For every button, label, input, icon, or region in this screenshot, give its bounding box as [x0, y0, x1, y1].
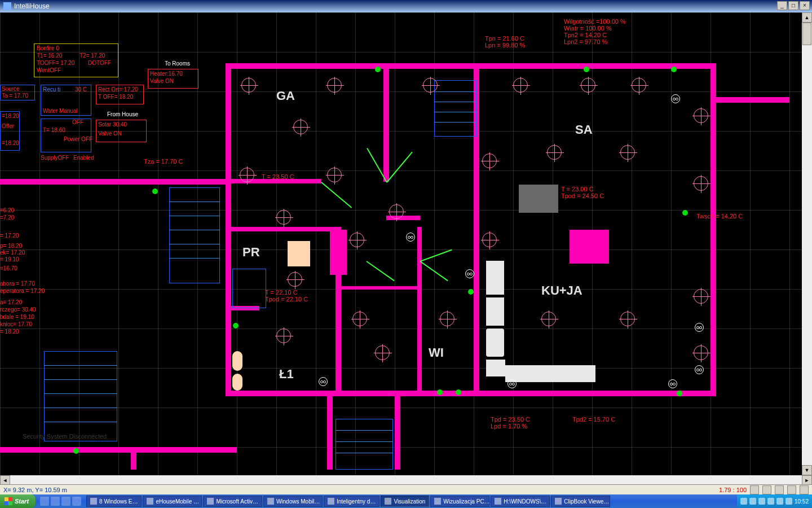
lbl-source: Source [2, 86, 20, 92]
tray-clock[interactable]: 10:52 [795, 498, 809, 505]
floorplan-canvas[interactable]: GA SA PR Ł1 WI KU+JA Tza = 17.70 C T = 2… [0, 12, 802, 475]
ql-ie-icon[interactable] [40, 497, 49, 506]
minimize-button[interactable]: _ [777, 1, 787, 10]
scroll-down-icon[interactable]: ▼ [802, 465, 812, 475]
room-label-sa: SA [575, 122, 593, 137]
app-icon [207, 498, 214, 505]
status-bar: X= 9.32 m, Y= 10.59 m 1.79 : 100 [0, 484, 812, 494]
task-item[interactable]: eHouseMobile … [143, 496, 202, 507]
readout-tpn: Tpn = 21.60 C [485, 35, 524, 42]
readout-tza: Tza = 17.70 C [144, 158, 183, 165]
side10: rczego= 30.40 [0, 306, 36, 313]
lbl-poweroff: Power OFF [64, 136, 92, 142]
lbl-rect: Rect Ort= 17.20 [98, 86, 138, 93]
status-scale: 1.79 : 100 [719, 487, 747, 493]
lbl-t1: T1= 16.20 [37, 52, 62, 59]
side12: knioc= 17.70 [0, 321, 32, 327]
toolbtn-hand-icon[interactable] [750, 485, 759, 494]
lbl-enabled: Enabled [73, 155, 94, 161]
app-icon [3, 2, 11, 10]
task-item[interactable]: Windows Mobil… [263, 496, 323, 507]
toolbtn-zoom-fit-icon[interactable] [762, 485, 771, 494]
room-label-l1: Ł1 [279, 367, 294, 382]
app-icon [385, 498, 391, 505]
lbl-supplyoff: SupplyOFF [41, 155, 69, 161]
tray-icon[interactable] [758, 498, 765, 505]
start-button[interactable]: Start [0, 494, 36, 508]
vertical-scrollbar[interactable]: ▲ ▼ [802, 12, 812, 475]
readout-tpd2: Tpd2 = 15.70 C [572, 416, 615, 423]
tray-icon[interactable] [749, 498, 756, 505]
lbl-from-house: From House [107, 111, 138, 117]
cmd-icon [495, 498, 501, 505]
task-item-active[interactable]: Visualization [381, 496, 429, 507]
panel-bonfire[interactable]: Bonfire 0 T1= 16.20 T2= 17.20 TOOFF= 17.… [34, 43, 118, 77]
side01: =6.20 [0, 207, 14, 213]
app-icon [434, 498, 441, 505]
tray-icon[interactable] [785, 498, 792, 505]
task-label: H:\WINDOWS\… [504, 498, 546, 505]
scroll-thumb[interactable] [802, 23, 811, 45]
panel-so[interactable]: =18.20 Offer =18.20 [0, 111, 20, 151]
tray-icon[interactable] [740, 498, 747, 505]
panel-heater[interactable]: Heater:16.70 Valve ON [148, 69, 198, 89]
panel-rect[interactable]: Rect Ort= 17.20 T OFF= 18.20 [96, 85, 144, 104]
close-button[interactable]: × [800, 1, 810, 10]
toolbtn-extents-icon[interactable] [800, 485, 809, 494]
toolbtn-zoom-window-icon[interactable] [787, 485, 796, 494]
side11: bdale = 19.10 [0, 314, 34, 320]
task-item[interactable]: Microsoft Activ… [203, 496, 262, 507]
task-item[interactable]: ClipBook Viewe… [551, 496, 610, 507]
maximize-button[interactable]: □ [788, 1, 798, 10]
lbl-bonfire: Bonfire 0 [37, 45, 59, 51]
lbl-went: WentOFF [37, 67, 61, 73]
panel-solar[interactable]: Solar 30.40 Valve ON [96, 120, 147, 142]
readout-lpn: Lpn = 99.80 % [485, 42, 525, 49]
side02: =7.20 [0, 214, 14, 221]
task-item[interactable]: 8 Windows E… [86, 496, 142, 507]
task-label: Windows Mobil… [276, 498, 320, 505]
windows-flag-icon [5, 497, 12, 505]
panel-recu[interactable]: Recu ti 30 C Water Manual [41, 85, 91, 116]
side09: a= 17.20 [0, 299, 22, 305]
side05: = 19.10 [0, 256, 19, 262]
task-item[interactable]: H:\WINDOWS\… [491, 496, 550, 507]
ql-mail-icon[interactable] [51, 497, 60, 506]
scroll-up-icon[interactable]: ▲ [802, 12, 812, 23]
readout-t-pr2: Tpod = 22.10 C [265, 296, 308, 303]
folder-icon [90, 498, 97, 505]
readout-wilg: Wilgotność =100.00 % [564, 18, 626, 25]
ql-chevron-icon[interactable] [72, 497, 81, 506]
app-icon [267, 498, 274, 505]
taskbar: Start 8 Windows E… eHouseMobile … Micros… [0, 494, 812, 508]
panel-source[interactable]: Source Ta = 17.70 [0, 85, 35, 100]
tray-icon[interactable] [767, 498, 774, 505]
ql-desktop-icon[interactable] [61, 497, 70, 506]
lbl-recu: Recu ti [43, 86, 60, 93]
lbl-ta: Ta = 17.70 [2, 93, 28, 99]
start-label: Start [15, 498, 29, 505]
status-coords: X= 9.32 m, Y= 10.59 m [3, 487, 67, 493]
tray-icon[interactable] [776, 498, 783, 505]
readout-tpd: Tpd = 23.50 C [491, 416, 530, 423]
room-label-ga: GA [276, 89, 295, 103]
lbl-valve1: Valve ON [150, 78, 174, 84]
room-label-kuja: KU+JA [541, 283, 582, 298]
lbl-water: Water Manual [43, 108, 78, 114]
task-label: Inteligentny d… [337, 498, 376, 505]
readout-lpd: Lpd = 1.70 % [491, 423, 527, 430]
task-label: 8 Windows E… [99, 498, 138, 505]
task-label: Wizualizacja PC… [443, 498, 489, 505]
task-item[interactable]: Wizualizacja PC… [430, 496, 489, 507]
task-label: eHouseMobile … [156, 498, 199, 505]
lbl-valve2: Valve ON [98, 130, 122, 137]
side13: = 18.20 [0, 329, 19, 335]
app-icon [555, 498, 562, 505]
toolbtn-zoom-actual-icon[interactable] [775, 485, 784, 494]
lbl-t2: T2= 17.20 [80, 52, 105, 59]
lbl-toff: TOOFF= 17.20 [37, 60, 74, 66]
lbl-toff2: T OFF= 18.20 [98, 94, 133, 100]
panel-t1860[interactable]: OFF T= 18.60 Power OFF [41, 119, 91, 152]
lbl-so: =18.20 [2, 113, 19, 119]
task-item[interactable]: Inteligentny d… [324, 496, 380, 507]
